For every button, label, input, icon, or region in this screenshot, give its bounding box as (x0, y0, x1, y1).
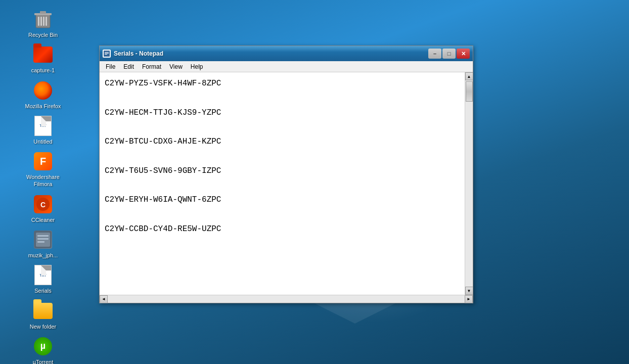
maximize-button[interactable]: □ (442, 49, 456, 59)
vertical-scrollbar[interactable]: ▲ ▼ (465, 72, 473, 295)
svg-text:C: C (40, 201, 46, 209)
desktop-icon-serials[interactable]: TXT Serials (23, 263, 63, 296)
desktop-icon-ccleaner[interactable]: C CCleaner (23, 192, 63, 225)
window-title: Serials - Notepad (114, 50, 428, 57)
scroll-right-arrow[interactable]: ► (465, 295, 473, 303)
svg-rect-16 (105, 52, 109, 53)
window-menubar: File Edit Format View Help (100, 61, 473, 72)
svg-rect-12 (37, 235, 49, 237)
desktop-icon-untitled[interactable]: TXT Untitled (23, 114, 63, 147)
new-folder-icon (33, 301, 53, 321)
utorrent-icon: µ (33, 336, 53, 356)
menu-format[interactable]: Format (138, 62, 165, 71)
desktop-icon-recycle-bin[interactable]: Recycle Bin (23, 7, 63, 40)
recycle-bin-label: Recycle Bin (28, 31, 58, 38)
capture1-label: capture-1 (31, 67, 55, 74)
notepad-window-icon (103, 50, 111, 58)
minimize-button[interactable]: – (428, 49, 441, 59)
muzik-icon (33, 230, 53, 250)
horizontal-scrollbar[interactable]: ◄ ► (100, 295, 473, 303)
scroll-up-arrow[interactable]: ▲ (465, 72, 473, 80)
utorrent-label: µTorrent (33, 358, 54, 364)
svg-rect-17 (105, 53, 109, 54)
untitled-label: Untitled (33, 138, 52, 145)
menu-view[interactable]: View (165, 62, 187, 71)
scroll-track-vertical[interactable] (465, 80, 473, 287)
ccleaner-icon: C (33, 194, 53, 214)
firefox-label: Mozilla Firefox (25, 103, 61, 110)
notepad-window: Serials - Notepad – □ ✕ File Edit Format… (99, 46, 473, 303)
close-button[interactable]: ✕ (457, 49, 470, 59)
serials-label: Serials (34, 287, 52, 294)
desktop-icon-filmora[interactable]: F Wondershare Filmora (23, 149, 63, 190)
desktop-icon-firefox[interactable]: Mozilla Firefox (23, 78, 63, 112)
scroll-thumb-vertical[interactable] (466, 81, 473, 102)
untitled-icon: TXT (33, 116, 53, 136)
firefox-icon (33, 80, 53, 101)
svg-rect-3 (40, 17, 42, 26)
window-controls: – □ ✕ (428, 49, 470, 59)
capture1-icon (33, 44, 53, 65)
menu-file[interactable]: File (102, 62, 119, 71)
new-folder-label: New folder (30, 323, 57, 330)
menu-help[interactable]: Help (187, 62, 207, 71)
window-titlebar[interactable]: Serials - Notepad – □ ✕ (100, 46, 473, 61)
recycle-bin-icon (33, 9, 53, 29)
desktop: Recycle Bin capture-1 Mozilla Firefox TX… (0, 0, 86, 364)
menu-edit[interactable]: Edit (119, 62, 138, 71)
notepad-textarea[interactable]: C2YW-PYZ5-VSFK-H4WF-8ZPC C2YW-HECM-TTJG-… (100, 72, 465, 295)
svg-rect-18 (105, 54, 107, 55)
svg-rect-14 (37, 241, 44, 243)
desktop-icon-new-folder[interactable]: New folder (23, 299, 63, 332)
muzik-label: muzik_jph... (28, 252, 58, 259)
svg-rect-2 (38, 17, 39, 26)
filmora-label: Wondershare Filmora (25, 173, 61, 188)
ccleaner-label: CCleaner (31, 216, 55, 223)
desktop-icon-muzik[interactable]: muzik_jph... (23, 228, 63, 261)
filmora-icon: F (33, 151, 53, 171)
window-content: C2YW-PYZ5-VSFK-H4WF-8ZPC C2YW-HECM-TTJG-… (100, 72, 473, 295)
scroll-track-horizontal[interactable] (108, 295, 465, 303)
scroll-down-arrow[interactable]: ▼ (465, 287, 473, 295)
svg-rect-5 (46, 17, 47, 26)
scroll-left-arrow[interactable]: ◄ (100, 295, 108, 303)
desktop-icon-capture1[interactable]: capture-1 (23, 42, 63, 76)
desktop-icon-utorrent[interactable]: µ µTorrent (23, 334, 63, 364)
serials-icon: TXT (33, 265, 53, 285)
svg-rect-13 (37, 238, 49, 240)
svg-rect-4 (43, 17, 44, 26)
svg-rect-7 (40, 11, 46, 14)
